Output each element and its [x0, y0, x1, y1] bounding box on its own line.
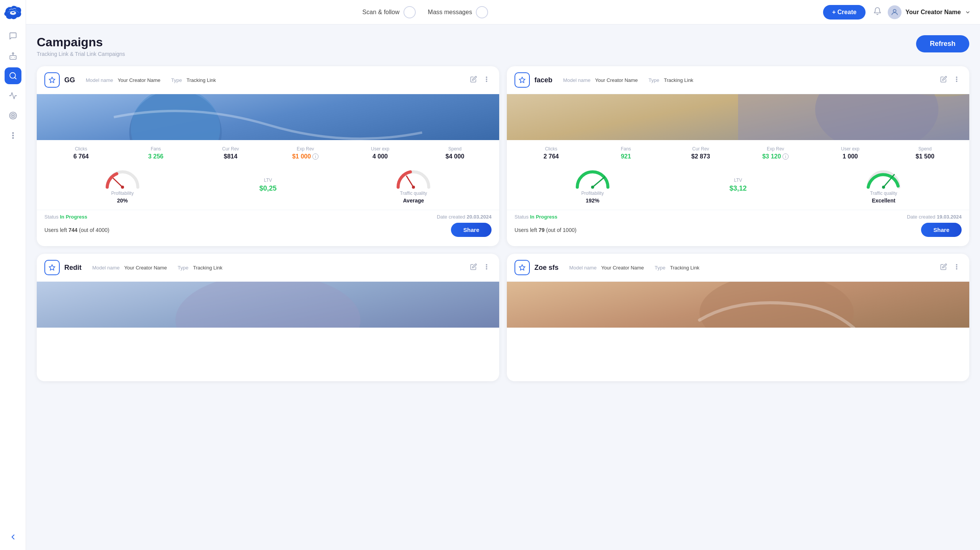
svg-line-31	[593, 177, 605, 187]
stat-spend-gg: Spend $4 000	[418, 146, 492, 160]
logo[interactable]	[3, 5, 23, 21]
page-title-group: Campaigns Tracking Link & Trial Link Cam…	[37, 35, 125, 57]
star-button-gg[interactable]	[44, 72, 60, 88]
model-value-redit: Your Creator Name	[124, 265, 167, 271]
svg-marker-35	[49, 265, 55, 270]
type-label-faceb: Type	[648, 77, 659, 83]
card-actions-faceb	[939, 74, 962, 86]
campaign-card-faceb: faceb Model name Your Creator Name Type …	[507, 66, 969, 246]
model-label-faceb: Model name	[563, 77, 591, 83]
svg-point-42	[956, 264, 957, 265]
more-button-faceb[interactable]	[952, 74, 962, 86]
svg-point-30	[815, 94, 938, 140]
userexp-label-faceb: User exp	[841, 146, 859, 152]
users-left-gg: Users left 744 (out of 4000)	[44, 227, 109, 233]
profitability-value-faceb: 192%	[586, 197, 599, 204]
sidebar-item-analytics[interactable]	[5, 87, 21, 104]
mass-messages-circle[interactable]	[476, 6, 488, 18]
type-label-gg: Type	[171, 77, 182, 83]
sidebar-item-bot[interactable]	[5, 47, 21, 64]
page-header: Campaigns Tracking Link & Trial Link Cam…	[37, 35, 969, 57]
edit-button-faceb[interactable]	[939, 74, 949, 86]
share-button-gg[interactable]: Share	[451, 223, 492, 237]
star-button-redit[interactable]	[44, 260, 60, 275]
ltv-value-gg: $0,25	[259, 184, 276, 193]
refresh-button[interactable]: Refresh	[916, 35, 969, 52]
creator-name-text: Your Creator Name	[905, 9, 961, 16]
currev-value-gg: $814	[224, 153, 238, 160]
stat-exprev-gg: Exp Rev $1 000 i	[269, 146, 342, 160]
currev-label-faceb: Cur Rev	[692, 146, 709, 152]
creator-name[interactable]: Your Creator Name	[888, 5, 971, 19]
more-button-zoesfs[interactable]	[952, 262, 962, 274]
exprev-value-faceb: $3 120	[762, 153, 781, 160]
edit-button-gg[interactable]	[469, 74, 479, 86]
sidebar-item-more[interactable]	[5, 127, 21, 144]
userexp-value-gg: 4 000	[372, 153, 388, 160]
card-stats-redit	[37, 328, 499, 351]
exprev-info-gg[interactable]: i	[312, 153, 318, 160]
sidebar-item-chat[interactable]	[5, 28, 21, 44]
star-button-zoesfs[interactable]	[514, 260, 530, 275]
exprev-value-gg: $1 000	[292, 153, 311, 160]
card-image-faceb	[507, 94, 969, 140]
sidebar-item-campaigns[interactable]	[5, 67, 21, 84]
svg-point-12	[12, 137, 13, 139]
footer-row1-faceb: Status In Progress Date created 19.03.20…	[514, 214, 962, 220]
card-stats-faceb: Clicks 2 764 Fans 921 Cur Rev $2 873 Exp…	[507, 140, 969, 163]
create-button[interactable]: + Create	[823, 5, 866, 20]
page-subtitle: Tracking Link & Trial Link Campaigns	[37, 51, 125, 57]
svg-point-26	[956, 77, 957, 77]
svg-point-10	[12, 132, 13, 134]
page-title: Campaigns	[37, 35, 125, 49]
svg-point-15	[486, 77, 487, 77]
more-button-gg[interactable]	[482, 74, 492, 86]
edit-button-zoesfs[interactable]	[939, 262, 949, 274]
date-created-gg: Date created 20.03.2024	[437, 214, 492, 220]
svg-point-13	[893, 9, 896, 12]
currev-label-gg: Cur Rev	[222, 146, 239, 152]
profitability-svg-gg	[103, 166, 142, 189]
sidebar-back-button[interactable]	[5, 529, 21, 545]
more-button-redit[interactable]	[482, 262, 492, 274]
topnav: Scan & follow Mass messages + Create You…	[26, 0, 980, 24]
star-button-faceb[interactable]	[514, 72, 530, 88]
spend-value-faceb: $1 500	[916, 153, 934, 160]
model-value-gg: Your Creator Name	[118, 77, 161, 83]
scan-follow-circle[interactable]	[403, 6, 416, 18]
svg-line-23	[407, 176, 413, 187]
svg-point-16	[486, 78, 487, 79]
scan-follow-toggle[interactable]: Scan & follow	[363, 6, 416, 18]
card-footer-gg: Status In Progress Date created 20.03.20…	[37, 210, 499, 246]
model-value-zoesfs: Your Creator Name	[601, 265, 644, 271]
ltv-label-faceb: LTV	[734, 178, 742, 183]
svg-marker-25	[519, 77, 525, 83]
fans-label-gg: Fans	[151, 146, 161, 152]
edit-button-redit[interactable]	[469, 262, 479, 274]
share-button-faceb[interactable]: Share	[921, 223, 962, 237]
stat-fans-faceb: Fans 921	[589, 146, 662, 160]
svg-line-6	[15, 77, 16, 79]
stat-spend-faceb: Spend $1 500	[889, 146, 962, 160]
svg-point-22	[121, 186, 124, 189]
svg-point-27	[956, 78, 957, 79]
stat-fans-gg: Fans 3 256	[119, 146, 192, 160]
status-value-gg: In Progress	[60, 214, 87, 220]
ltv-label-gg: LTV	[264, 178, 272, 183]
fans-value-faceb: 921	[621, 153, 631, 160]
footer-row2-gg: Users left 744 (out of 4000) Share	[44, 223, 492, 237]
userexp-value-faceb: 1 000	[843, 153, 858, 160]
exprev-label-gg: Exp Rev	[297, 146, 314, 152]
creator-avatar	[888, 5, 902, 19]
svg-point-43	[956, 266, 957, 267]
mass-messages-toggle[interactable]: Mass messages	[428, 6, 488, 18]
fans-value-gg: 3 256	[148, 153, 163, 160]
sidebar-item-targeting[interactable]	[5, 107, 21, 124]
scan-follow-label: Scan & follow	[363, 9, 400, 16]
bell-icon[interactable]	[873, 7, 882, 17]
svg-marker-41	[519, 265, 525, 270]
campaign-card-zoesfs: Zoe sfs Model name Your Creator Name Typ…	[507, 254, 969, 381]
exprev-info-faceb[interactable]: i	[782, 153, 789, 160]
clicks-label-faceb: Clicks	[545, 146, 557, 152]
ltv-faceb: LTV $3,12	[729, 178, 746, 193]
